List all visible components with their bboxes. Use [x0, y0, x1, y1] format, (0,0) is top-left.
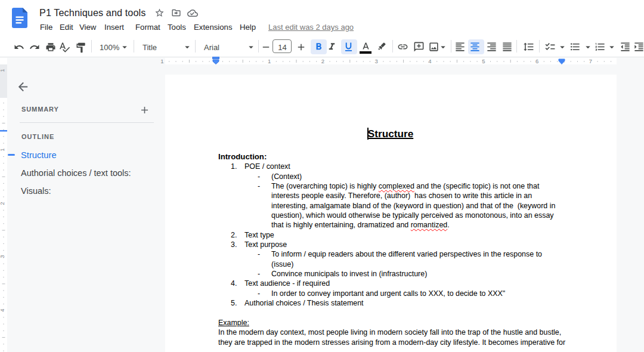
svg-text:5: 5	[482, 58, 485, 64]
svg-text:7: 7	[589, 58, 592, 64]
svg-text:1: 1	[0, 148, 5, 151]
svg-text:6: 6	[535, 58, 538, 64]
svg-text:4: 4	[0, 308, 5, 311]
svg-text:1: 1	[160, 58, 163, 64]
svg-text:2: 2	[321, 58, 324, 64]
svg-text:4: 4	[428, 58, 431, 64]
svg-text:2: 2	[0, 202, 5, 205]
svg-text:1: 1	[0, 69, 5, 72]
svg-text:1: 1	[268, 58, 271, 64]
svg-text:3: 3	[375, 58, 378, 64]
svg-text:3: 3	[0, 255, 5, 258]
